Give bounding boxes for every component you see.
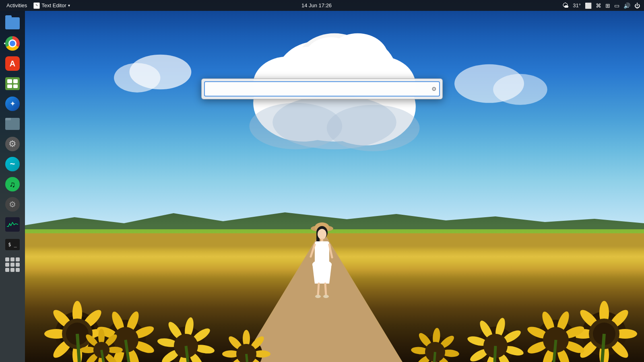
dock-item-settings[interactable]: ⚙ <box>3 135 22 153</box>
wallpaper-sunflowers-right <box>347 221 644 362</box>
svg-point-9 <box>327 33 389 84</box>
spotify-icon: ♫ <box>5 177 20 191</box>
svg-line-129 <box>329 245 332 257</box>
search-input[interactable] <box>204 81 440 97</box>
topbar-right: 🌤 31° ⬜ ⌘ ⊞ ▭ 🔊 ⏻ <box>558 2 644 9</box>
topbar: Activities ✎ Text Editor ▾ 14 Jun 17:26 … <box>0 0 644 11</box>
terminal-icon: $ _ <box>5 239 20 250</box>
svg-point-17 <box>327 105 420 151</box>
activities-button[interactable]: Activities <box>3 0 30 11</box>
app-title: Text Editor <box>41 2 66 8</box>
svg-rect-125 <box>321 239 323 242</box>
svg-line-118 <box>495 346 495 362</box>
svg-line-74 <box>246 354 247 362</box>
svg-line-72 <box>186 346 188 362</box>
folder-icon <box>5 17 20 29</box>
svg-line-132 <box>325 284 326 296</box>
apps-icon <box>5 257 20 272</box>
wallpaper-sunflowers-left <box>25 221 347 362</box>
dock-item-analog[interactable] <box>3 155 22 173</box>
app-dropdown-arrow: ▾ <box>68 3 70 8</box>
topbar-center: 14 Jun 17:26 <box>75 2 559 8</box>
search-gear-icon[interactable]: ⚙ <box>431 86 437 92</box>
search-dialog: ⚙ <box>201 78 443 99</box>
dock-item-spotify[interactable]: ♫ <box>3 175 22 193</box>
topbar-datetime[interactable]: 14 Jun 17:26 <box>301 2 332 8</box>
svg-line-116 <box>602 334 604 362</box>
svg-line-128 <box>311 245 315 257</box>
svg-point-12 <box>114 63 160 93</box>
wallpaper-figure <box>306 221 338 302</box>
dock-item-terminal[interactable]: $ _ <box>3 235 22 254</box>
kde-icon <box>5 97 20 111</box>
screenshot-icon[interactable]: ⬜ <box>584 2 592 9</box>
dock-item-monitor[interactable] <box>3 215 22 234</box>
overview-icon <box>5 77 20 90</box>
dock-item-overview[interactable] <box>3 74 22 93</box>
svg-point-124 <box>318 229 326 239</box>
search-input-container: ⚙ <box>204 81 440 97</box>
settings2-icon: ⚙ <box>5 197 20 212</box>
svg-point-133 <box>315 295 321 298</box>
weather-temp: 31° <box>572 2 582 8</box>
dock-item-kde[interactable] <box>3 95 22 113</box>
svg-point-134 <box>323 295 329 298</box>
svg-line-70 <box>77 334 79 362</box>
text-editor-icon: ✎ <box>33 2 40 9</box>
weather-icon: 🌤 <box>561 2 570 9</box>
svg-point-14 <box>493 74 547 105</box>
volume-icon[interactable]: 🔊 <box>623 2 631 9</box>
activities-label: Activities <box>6 2 27 8</box>
dock-item-apps[interactable] <box>3 255 22 274</box>
dock-item-chromium[interactable] <box>3 34 22 53</box>
analog-icon <box>5 157 20 171</box>
svg-line-119 <box>434 352 435 362</box>
dock-item-folder[interactable] <box>3 14 22 33</box>
dock: A ⚙ ♫ ⚙ <box>0 11 25 362</box>
monitor-icon <box>5 217 20 232</box>
bluetooth-icon[interactable]: ⌘ <box>595 2 602 9</box>
dock-item-files[interactable] <box>3 115 22 133</box>
dock-item-appstore[interactable]: A <box>3 54 22 73</box>
chromium-icon <box>5 36 20 51</box>
dock-item-settings2[interactable]: ⚙ <box>3 195 22 214</box>
files-icon <box>5 118 20 130</box>
svg-line-131 <box>318 284 319 296</box>
topbar-left: Activities ✎ Text Editor ▾ <box>0 0 75 11</box>
appstore-icon: A <box>5 56 20 71</box>
app-title-area[interactable]: ✎ Text Editor ▾ <box>32 0 71 11</box>
svg-line-117 <box>554 340 556 362</box>
network-icon[interactable]: ⊞ <box>605 2 611 9</box>
settings-icon: ⚙ <box>5 137 20 151</box>
power-icon[interactable]: ⏻ <box>634 2 641 9</box>
screen-icon[interactable]: ▭ <box>613 2 620 9</box>
